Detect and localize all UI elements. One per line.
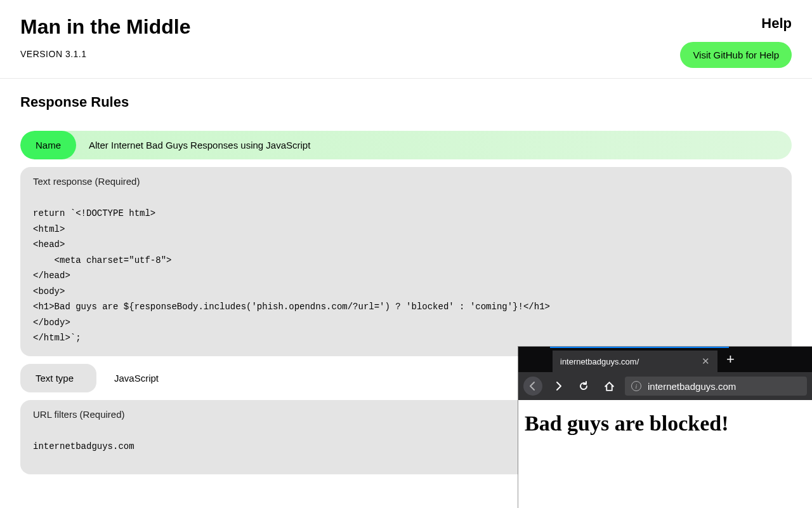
page-heading: Bad guys are blocked! — [525, 411, 806, 436]
browser-tab[interactable]: internetbadguys.com/ ✕ — [553, 351, 717, 372]
home-icon[interactable] — [599, 377, 619, 396]
name-chip: Name — [20, 131, 76, 159]
section-title: Response Rules — [20, 94, 792, 110]
browser-toolbar: i internetbadguys.com — [518, 372, 812, 400]
forward-icon[interactable] — [549, 377, 568, 396]
info-icon[interactable]: i — [631, 381, 641, 391]
reload-icon[interactable] — [574, 377, 593, 396]
rule-name-row[interactable]: Name Alter Internet Bad Guys Responses u… — [20, 131, 792, 159]
app-version: VERSION 3.1.1 — [20, 49, 190, 59]
github-help-button[interactable]: Visit GitHub for Help — [680, 42, 792, 68]
app-title: Man in the Middle — [20, 15, 190, 39]
text-response-label: Text response (Required) — [20, 167, 792, 196]
back-icon[interactable] — [523, 377, 542, 396]
new-tab-button[interactable]: + — [717, 351, 743, 368]
browser-page-content: Bad guys are blocked! — [518, 400, 812, 508]
text-response-input[interactable]: return `<!DOCTYPE html> <html> <head> <m… — [20, 196, 792, 356]
address-text: internetbadguys.com — [648, 381, 736, 392]
browser-tab-strip: internetbadguys.com/ ✕ + — [518, 347, 812, 372]
text-type-value[interactable]: JavaScript — [96, 364, 176, 392]
rule-name-text: Alter Internet Bad Guys Responses using … — [76, 131, 323, 159]
text-type-label: Text type — [20, 364, 96, 392]
address-bar[interactable]: i internetbadguys.com — [625, 377, 807, 396]
close-icon[interactable]: ✕ — [702, 356, 710, 367]
browser-preview-window: internetbadguys.com/ ✕ + i internetbadgu… — [518, 347, 812, 508]
tab-title: internetbadguys.com/ — [560, 357, 639, 366]
tab-active-indicator — [550, 347, 729, 348]
help-title: Help — [680, 15, 792, 32]
